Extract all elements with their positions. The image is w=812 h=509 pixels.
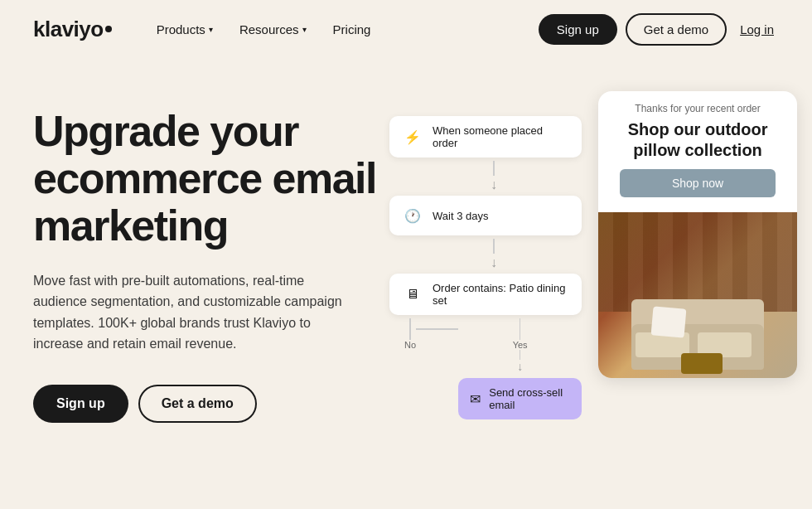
- hero-buttons: Sign up Get a demo: [33, 385, 381, 423]
- nav-links: Products ▾ Resources ▾ Pricing: [145, 16, 539, 43]
- hero-section: Upgrade your ecommerce email marketing M…: [0, 58, 812, 509]
- flow-step-4-label: Send cross-sell email: [489, 386, 570, 411]
- logo[interactable]: klaviyo: [33, 17, 112, 42]
- hero-signup-button[interactable]: Sign up: [33, 385, 128, 423]
- nav-login-button[interactable]: Log in: [735, 16, 779, 43]
- flow-step-3: 🖥 Order contains: Patio dining set: [389, 274, 582, 315]
- product-card: Thanks for your recent order Shop our ou…: [598, 91, 797, 378]
- nav-products[interactable]: Products ▾: [145, 16, 225, 43]
- flow-arrow-2: ↓: [389, 239, 582, 270]
- flow-arrow-1: ↓: [389, 161, 582, 192]
- flow-yes-label: Yes: [513, 340, 528, 350]
- flow-step-3-label: Order contains: Patio dining set: [433, 282, 570, 307]
- box-icon: 🖥: [401, 283, 424, 306]
- flow-step-1: ⚡ When someone placed order: [389, 116, 582, 158]
- hero-description: Move fast with pre-built automations, re…: [33, 270, 348, 355]
- nav-actions: Sign up Get a demo Log in: [539, 13, 779, 46]
- flow-step-4: ✉ Send cross-sell email: [458, 378, 582, 419]
- nav-resources[interactable]: Resources ▾: [228, 16, 318, 43]
- product-card-subtitle: Thanks for your recent order: [611, 103, 784, 114]
- nav-demo-button[interactable]: Get a demo: [626, 13, 727, 46]
- flow-no-label: No: [404, 340, 416, 350]
- nav-signup-button[interactable]: Sign up: [539, 14, 617, 45]
- flow-step-2-label: Wait 3 days: [433, 210, 488, 222]
- arrow-down-icon: ↓: [491, 177, 497, 192]
- flow-step-1-label: When someone placed order: [433, 124, 570, 149]
- flow-step-2: 🕐 Wait 3 days: [389, 196, 582, 235]
- nav-pricing[interactable]: Pricing: [321, 16, 383, 43]
- nav-products-label: Products: [157, 22, 205, 36]
- hero-title: Upgrade your ecommerce email marketing: [33, 108, 381, 250]
- chevron-down-icon: ▾: [209, 25, 213, 34]
- hero-flow: ⚡ When someone placed order ↓ 🕐 Wait 3 d…: [389, 91, 582, 419]
- shop-now-button[interactable]: Shop now: [620, 169, 776, 197]
- product-image: [598, 212, 797, 378]
- hero-right: Thanks for your recent order Shop our ou…: [598, 91, 812, 378]
- email-icon: ✉: [470, 391, 481, 407]
- product-card-top: Thanks for your recent order Shop our ou…: [598, 91, 797, 212]
- sofa-illustration: [615, 270, 781, 378]
- nav-pricing-label: Pricing: [333, 22, 371, 36]
- hero-left: Upgrade your ecommerce email marketing M…: [33, 91, 381, 423]
- navbar: klaviyo Products ▾ Resources ▾ Pricing S…: [0, 0, 812, 58]
- product-card-title: Shop our outdoor pillow collection: [611, 119, 784, 161]
- nav-resources-label: Resources: [239, 22, 299, 36]
- logo-text: klaviyo: [33, 17, 104, 42]
- clock-icon: 🕐: [401, 204, 424, 227]
- logo-dot: [105, 26, 112, 32]
- chevron-down-icon: ▾: [302, 25, 307, 34]
- arrow-down-icon-2: ↓: [491, 255, 497, 270]
- hero-demo-button[interactable]: Get a demo: [138, 385, 257, 423]
- lightning-icon: ⚡: [401, 125, 424, 148]
